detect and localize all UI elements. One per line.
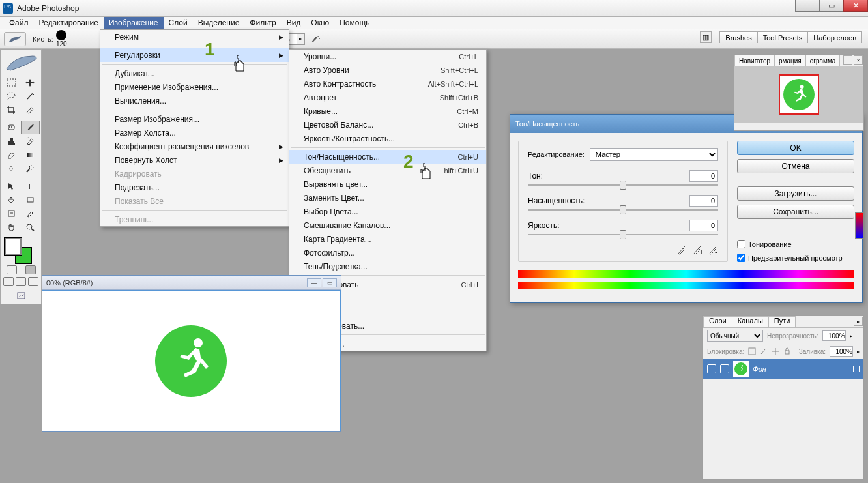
- menu-item[interactable]: Авто УровниShift+Ctrl+L: [289, 63, 486, 77]
- nav-tab[interactable]: рмация: [774, 55, 806, 66]
- slice-tool-icon[interactable]: [21, 103, 40, 117]
- move-tool-icon[interactable]: [21, 76, 40, 89]
- type-tool-icon[interactable]: T: [21, 179, 40, 193]
- visibility-icon[interactable]: [707, 364, 716, 373]
- menu-выделение[interactable]: Выделение: [193, 17, 245, 29]
- lasso-tool-icon[interactable]: [2, 89, 21, 103]
- dodge-tool-icon[interactable]: [21, 162, 40, 175]
- menu-item[interactable]: Карта Градиента...: [289, 232, 486, 246]
- lock-trans-icon[interactable]: [748, 347, 756, 355]
- eraser-tool-icon[interactable]: [2, 148, 21, 162]
- save-button[interactable]: Сохранить...: [737, 205, 854, 219]
- quickmask-std-icon[interactable]: [7, 265, 17, 274]
- crop-tool-icon[interactable]: [2, 103, 21, 117]
- hue-input[interactable]: [689, 170, 718, 182]
- panel-close-icon[interactable]: ×: [854, 55, 863, 65]
- menu-item[interactable]: Размер Изображения...: [100, 112, 289, 126]
- menu-item[interactable]: Дубликат...: [100, 66, 289, 80]
- screen-full-menu-icon[interactable]: [16, 277, 26, 286]
- light-slider[interactable]: [528, 234, 718, 235]
- menu-изображение[interactable]: Изображение: [104, 17, 164, 29]
- menu-item[interactable]: Кривые...Ctrl+M: [289, 104, 486, 118]
- menu-слой[interactable]: Слой: [164, 17, 193, 29]
- fg-color-swatch[interactable]: [5, 238, 22, 255]
- palette-well-icon[interactable]: ▥: [700, 31, 712, 43]
- palette-tab[interactable]: Brushes: [719, 31, 757, 43]
- menu-item[interactable]: Вычисления...: [100, 94, 289, 108]
- menu-item[interactable]: Подрезать...: [100, 181, 289, 194]
- doc-min-icon[interactable]: —: [307, 278, 321, 287]
- menu-помощь[interactable]: Помощь: [334, 17, 375, 29]
- menu-item[interactable]: Заменить Цвет...: [289, 191, 486, 205]
- sat-input[interactable]: [689, 195, 718, 207]
- pen-tool-icon[interactable]: [2, 193, 21, 207]
- menu-item[interactable]: Фотофильтр...: [289, 246, 486, 259]
- notes-tool-icon[interactable]: [2, 207, 21, 220]
- screen-std-icon[interactable]: [3, 277, 14, 286]
- imageready-icon[interactable]: [12, 289, 31, 302]
- menu-item[interactable]: Выбор Цвета...: [289, 205, 486, 218]
- menu-item[interactable]: Уровни...Ctrl+L: [289, 50, 486, 63]
- quickmask-icon[interactable]: [25, 265, 36, 274]
- menu-вид[interactable]: Вид: [282, 17, 306, 29]
- stamp-tool-icon[interactable]: [2, 134, 21, 148]
- menu-item[interactable]: Размер Холста...: [100, 126, 289, 139]
- shape-tool-icon[interactable]: [21, 193, 40, 207]
- flow-dropdown-icon[interactable]: ▸: [297, 33, 305, 45]
- sat-slider[interactable]: [528, 209, 718, 211]
- cancel-button[interactable]: Отмена: [737, 159, 854, 173]
- menu-окно[interactable]: Окно: [306, 17, 334, 29]
- lock-move-icon[interactable]: [772, 347, 779, 355]
- layers-tab[interactable]: Каналы: [732, 316, 769, 327]
- load-button[interactable]: Загрузить...: [737, 186, 854, 201]
- layers-tab[interactable]: Слои: [703, 316, 732, 327]
- eyedropper-tool-icon[interactable]: [21, 207, 40, 220]
- doc-max-icon[interactable]: ▭: [323, 278, 337, 287]
- navigator-thumbnail[interactable]: [734, 66, 863, 123]
- color-swatches[interactable]: [2, 237, 41, 264]
- menu-item[interactable]: Цветовой Баланс...Ctrl+B: [289, 118, 486, 132]
- palette-tab[interactable]: Набор слоев: [807, 31, 862, 43]
- heal-tool-icon[interactable]: [2, 121, 21, 134]
- blend-mode-select[interactable]: Обычный: [707, 330, 763, 342]
- wand-tool-icon[interactable]: [21, 89, 40, 103]
- preview-checkbox[interactable]: Предварительный просмотр: [737, 254, 854, 262]
- layer-row[interactable]: Фон: [703, 359, 863, 379]
- colorize-checkbox[interactable]: Тонирование: [737, 240, 854, 248]
- nav-tab[interactable]: ограмма: [805, 55, 841, 66]
- minimize-button[interactable]: —: [795, 0, 820, 12]
- brush-tool-icon[interactable]: [21, 121, 40, 134]
- document-canvas[interactable]: [42, 290, 341, 431]
- nav-tab[interactable]: Навигатор: [734, 55, 775, 66]
- menu-фильтр[interactable]: Фильтр: [244, 17, 281, 29]
- menu-item[interactable]: Выравнять цвет...: [289, 177, 486, 191]
- blur-tool-icon[interactable]: [2, 162, 21, 175]
- screen-full-icon[interactable]: [28, 277, 38, 286]
- menu-item[interactable]: Тень/Подсветка...: [289, 259, 486, 273]
- zoom-tool-icon[interactable]: [21, 220, 40, 234]
- menu-item[interactable]: Обесцветитьhift+Ctrl+U: [289, 164, 486, 177]
- menu-item[interactable]: Смешивание Каналов...: [289, 218, 486, 232]
- edit-select[interactable]: Мастер: [590, 148, 718, 161]
- opacity-input[interactable]: [822, 330, 846, 341]
- brush-size-picker[interactable]: 120: [56, 30, 67, 48]
- document-titlebar[interactable]: 00% (RGB/8#) —▭: [42, 276, 341, 290]
- menu-item[interactable]: Яркость/Контрастность...: [289, 132, 486, 145]
- light-input[interactable]: [689, 220, 718, 231]
- menu-item[interactable]: Тон/Насыщенность...Ctrl+U: [289, 150, 486, 164]
- menu-item[interactable]: Режим▶: [100, 30, 289, 44]
- menu-item[interactable]: Регулировки▶: [100, 48, 289, 62]
- eyedropper-icon[interactable]: [676, 244, 687, 255]
- menu-item[interactable]: Применение Изображения...: [100, 80, 289, 94]
- eyedropper-add-icon[interactable]: +: [692, 244, 702, 255]
- maximize-button[interactable]: ▭: [819, 0, 844, 12]
- lock-all-icon[interactable]: [783, 347, 791, 355]
- history-brush-icon[interactable]: [21, 134, 40, 148]
- panel-menu-icon[interactable]: ▸: [854, 317, 863, 326]
- menu-файл[interactable]: Файл: [4, 17, 34, 29]
- menu-item[interactable]: Коэффициент размещения пикселов▶: [100, 139, 289, 153]
- close-button[interactable]: ✕: [843, 0, 868, 12]
- hue-slider[interactable]: [528, 184, 718, 186]
- lock-paint-icon[interactable]: [760, 347, 768, 355]
- layer-thumbnail[interactable]: [733, 361, 749, 377]
